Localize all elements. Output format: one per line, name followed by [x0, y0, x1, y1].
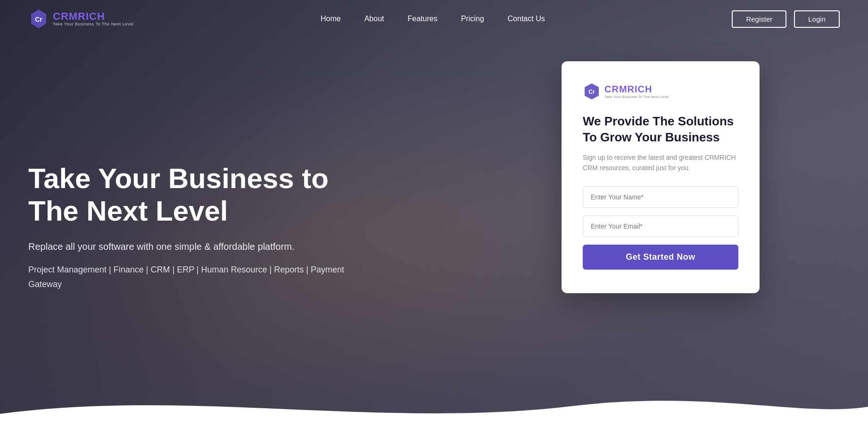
card-brand-name: CRMRICH	[604, 84, 669, 95]
logo[interactable]: Cr CRMRICH Take Your Business To The Nex…	[28, 8, 133, 29]
brand-tagline: Take Your Business To The Next Level	[53, 22, 133, 26]
nav-home[interactable]: Home	[321, 15, 341, 23]
card-description: Sign up to receive the latest and greate…	[583, 152, 738, 173]
hero-section: Cr CRMRICH Take Your Business To The Nex…	[0, 0, 868, 428]
hero-subtitle: Replace all your software with one simpl…	[28, 241, 358, 252]
navbar: Cr CRMRICH Take Your Business To The Nex…	[0, 0, 868, 38]
nav-links: Home About Features Pricing Contact Us	[321, 15, 545, 23]
brand-name: CRMRICH	[53, 11, 133, 22]
card-logo: Cr CRMRICH Take Your Business To The Nex…	[583, 82, 738, 100]
login-button[interactable]: Login	[794, 10, 840, 28]
svg-text:Cr: Cr	[588, 89, 595, 95]
card-logo-icon: Cr	[583, 82, 601, 100]
register-button[interactable]: Register	[732, 10, 786, 28]
card-logo-text: CRMRICH Take Your Business To The Next L…	[604, 84, 669, 99]
get-started-button[interactable]: Get Started Now	[583, 245, 738, 270]
logo-icon: Cr	[28, 8, 49, 29]
nav-buttons: Register Login	[732, 10, 840, 28]
card-brand-tagline: Take Your Business To The Next Level	[604, 95, 669, 99]
nav-features[interactable]: Features	[408, 15, 438, 23]
nav-about[interactable]: About	[364, 15, 384, 23]
hero-wave	[0, 386, 868, 428]
hero-title: Take Your Business to The Next Level	[28, 162, 358, 227]
nav-pricing[interactable]: Pricing	[461, 15, 484, 23]
hero-features: Project Management | Finance | CRM | ERP…	[28, 263, 358, 291]
hero-content: Take Your Business to The Next Level Rep…	[28, 162, 358, 291]
svg-text:Cr: Cr	[35, 16, 42, 23]
name-input[interactable]	[583, 186, 738, 208]
nav-contact[interactable]: Contact Us	[508, 15, 545, 23]
email-input[interactable]	[583, 215, 738, 237]
logo-text: CRMRICH Take Your Business To The Next L…	[53, 11, 133, 26]
signup-card: Cr CRMRICH Take Your Business To The Nex…	[562, 61, 760, 293]
card-title: We Provide The Solutions To Grow Your Bu…	[583, 114, 738, 146]
